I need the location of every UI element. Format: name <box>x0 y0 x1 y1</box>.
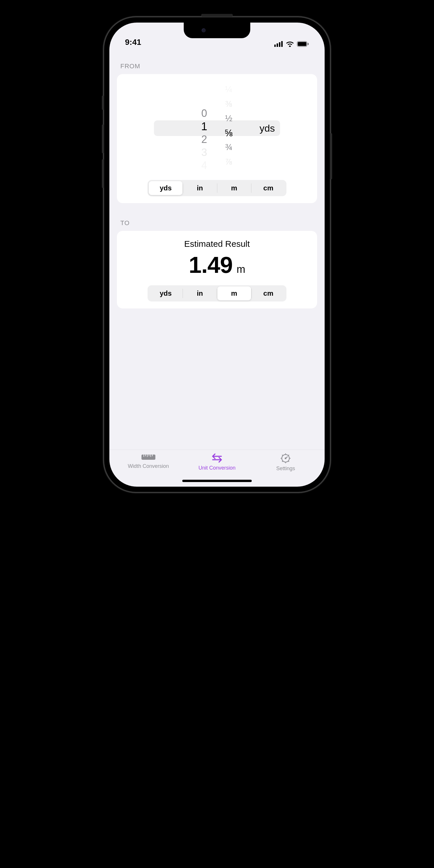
svg-rect-2 <box>279 42 280 47</box>
seg-cm[interactable]: cm <box>251 181 285 195</box>
seg-yds[interactable]: yds <box>149 181 183 195</box>
fraction-wheel[interactable]: ¼ ⅜ ½ ⅝ ¾ ⅞ <box>224 82 232 172</box>
picker-option[interactable]: 0 <box>202 107 207 120</box>
power-button <box>330 133 332 179</box>
seg-cm[interactable]: cm <box>251 286 285 300</box>
phone-frame: 9:41 FROM yds 0 1 2 3 <box>104 18 330 492</box>
svg-rect-7 <box>308 43 309 45</box>
svg-line-23 <box>282 461 283 462</box>
gear-icon <box>280 453 291 464</box>
result-row: 1.49 m <box>189 252 245 278</box>
svg-rect-6 <box>298 42 306 46</box>
svg-rect-3 <box>281 41 283 47</box>
speaker-grille <box>201 14 233 17</box>
whole-number-wheel[interactable]: 0 1 2 3 4 <box>201 82 207 172</box>
seg-in[interactable]: in <box>183 286 217 300</box>
picker-unit-suffix: yds <box>259 123 275 134</box>
tab-unit-conversion[interactable]: Unit Conversion <box>185 453 249 477</box>
to-unit-segmented[interactable]: yds in m cm <box>148 285 286 302</box>
seg-m[interactable]: m <box>217 286 251 300</box>
cellular-icon <box>274 41 283 47</box>
seg-yds[interactable]: yds <box>149 286 183 300</box>
result-value: 1.49 <box>189 252 232 278</box>
svg-point-4 <box>289 45 290 46</box>
svg-rect-1 <box>277 43 278 47</box>
result-unit: m <box>237 263 245 275</box>
to-label: TO <box>117 219 317 227</box>
picker-option[interactable]: ¾ <box>225 140 232 155</box>
status-indicators <box>274 41 309 47</box>
picker-option[interactable]: ¼ <box>225 82 232 97</box>
picker-option[interactable]: 3 <box>202 146 207 159</box>
status-time: 9:41 <box>125 38 141 47</box>
arrows-swap-icon <box>210 453 224 463</box>
picker-option-selected[interactable]: 1 <box>201 120 207 133</box>
seg-m[interactable]: m <box>217 181 251 195</box>
wifi-icon <box>286 41 294 47</box>
picker-option[interactable]: ⅜ <box>225 97 232 111</box>
svg-line-21 <box>282 455 283 456</box>
svg-line-25 <box>286 457 288 458</box>
mute-switch <box>102 95 104 110</box>
notch <box>184 23 250 38</box>
ruler-icon <box>141 453 156 462</box>
value-picker[interactable]: yds 0 1 2 3 4 ¼ ⅜ ½ ⅝ <box>122 82 312 172</box>
tab-label: Settings <box>276 466 295 472</box>
from-label: FROM <box>117 62 317 70</box>
home-indicator[interactable] <box>182 480 252 482</box>
svg-line-24 <box>288 455 289 456</box>
picker-option[interactable]: ⅞ <box>225 155 232 169</box>
screen: 9:41 FROM yds 0 1 2 3 <box>110 23 324 487</box>
tab-label: Unit Conversion <box>198 465 236 471</box>
picker-option[interactable]: ½ <box>225 111 232 126</box>
from-unit-segmented[interactable]: yds in m cm <box>148 180 286 196</box>
result-title: Estimated Result <box>184 239 250 249</box>
from-card: yds 0 1 2 3 4 ¼ ⅜ ½ ⅝ <box>117 74 317 203</box>
tab-settings[interactable]: Settings <box>254 453 317 477</box>
to-card: Estimated Result 1.49 m yds in m cm <box>117 231 317 308</box>
picker-option[interactable]: 4 <box>202 159 207 172</box>
picker-option[interactable]: 2 <box>202 133 207 146</box>
battery-icon <box>297 41 309 47</box>
tab-width-conversion[interactable]: Width Conversion <box>117 453 180 477</box>
seg-in[interactable]: in <box>183 181 217 195</box>
tab-label: Width Conversion <box>128 463 169 469</box>
svg-rect-0 <box>274 44 276 47</box>
content: FROM yds 0 1 2 3 4 ¼ <box>110 49 324 450</box>
volume-down-button <box>102 159 104 188</box>
picker-option-selected[interactable]: ⅝ <box>224 126 232 140</box>
svg-line-22 <box>288 461 289 462</box>
volume-up-button <box>102 124 104 153</box>
